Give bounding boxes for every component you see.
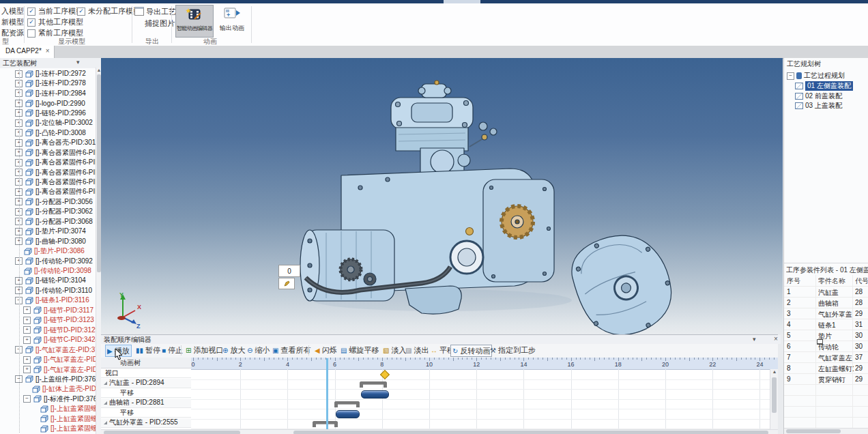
table-cell[interactable]: 30 (855, 341, 868, 352)
tree-item[interactable]: +[]-链节D-PID:3129 (23, 326, 96, 335)
anim-track-row[interactable]: 平移 (101, 408, 191, 418)
tree-item[interactable]: +[]-链节-PID:3117 (23, 306, 93, 315)
tree-item[interactable]: +[]-离合器紧固件6-PID: (15, 168, 96, 177)
tree-item[interactable]: −[]-链条1-PID:3116 (15, 295, 89, 305)
table-cell[interactable]: 垫片 (818, 330, 854, 341)
tree-item[interactable]: +[]-连杆-PID:2978 (15, 78, 86, 88)
flash-button[interactable]: ◀闪烁 (313, 345, 338, 356)
table-cell[interactable]: 传动轮 (818, 341, 854, 352)
tree-item[interactable]: +[]-离合器紧固件6-PID: (15, 187, 96, 197)
tree-item[interactable]: +[]-连杆-PID:2972 (15, 69, 86, 78)
table-cell[interactable]: 3 (787, 308, 817, 319)
checkbox-box[interactable]: ✓ (27, 18, 35, 27)
expander-icon[interactable]: + (23, 356, 31, 364)
group-duration-bracket[interactable] (360, 381, 387, 388)
close-icon[interactable]: × (774, 335, 778, 343)
playhead[interactable] (326, 358, 328, 429)
tree-item[interactable]: −[]-上盖组件-PID:3762 (15, 375, 96, 384)
zoom-in-button[interactable]: ⊕放大 (221, 345, 246, 356)
expander-icon[interactable]: + (23, 336, 31, 344)
collapse-triangle-icon[interactable] (104, 401, 107, 405)
reverse-button[interactable]: ↻反转动画 (450, 345, 492, 357)
checkbox-box[interactable] (27, 29, 35, 38)
gantt-vertical-scrollbar[interactable]: ▲ (770, 369, 778, 429)
table-cell[interactable]: 28 (855, 298, 868, 308)
planning-root-node[interactable]: −工艺过程规划 (787, 71, 845, 81)
tree-item[interactable]: []-缸体上盖壳-PID: (23, 384, 96, 394)
tree-item[interactable]: +[]-离合器紧固件6-PID: (15, 177, 96, 187)
scrollbar-thumb[interactable] (786, 429, 841, 433)
spiral-pan-button[interactable]: ▤螺旋平移 (339, 345, 380, 356)
tree-item[interactable]: +[]-气缸罩盖左-PID: (23, 365, 96, 375)
tree-item[interactable]: []-传动轮-PID:3098 (15, 266, 91, 276)
viewport-row[interactable]: 视口 (101, 368, 191, 378)
zoom-out-button[interactable]: ⊖缩小 (246, 345, 271, 356)
group-duration-bracket[interactable] (334, 401, 360, 407)
tree-item[interactable]: []-上缸盖紧固螺 (31, 414, 96, 424)
play-button[interactable]: ▶播放 (105, 345, 132, 357)
gantt-chart[interactable]: 024681012141618202224 ▲ (191, 358, 778, 429)
table-cell[interactable]: 1 (787, 287, 817, 298)
table-cell[interactable]: 9 (787, 374, 817, 385)
table-cell[interactable]: 气缸外罩盖 (818, 308, 854, 319)
part-group-row[interactable]: 汽缸盖 - PID:2894 (101, 379, 191, 388)
animation-bar[interactable] (336, 410, 360, 418)
expander-icon[interactable]: + (23, 326, 31, 334)
output-animation-button[interactable]: + 输出动画 (214, 5, 250, 36)
tree-item[interactable]: +[]-链轮-PID:2996 (15, 108, 86, 118)
table-cell[interactable]: 29 (855, 374, 868, 385)
table-cell[interactable]: 31 (855, 319, 868, 330)
table-cell[interactable]: 7 (787, 352, 817, 363)
viewport-edit-box[interactable] (278, 278, 295, 289)
scrollbar-thumb[interactable] (772, 377, 777, 413)
tab-close-icon[interactable]: × (46, 47, 50, 55)
tree-item[interactable]: +[]-连杆-PID:2984 (15, 89, 86, 98)
table-cell[interactable]: 2 (787, 298, 817, 308)
table-cell[interactable]: 29 (855, 308, 868, 319)
expander-icon[interactable]: − (23, 395, 31, 403)
table-cell[interactable]: 5 (787, 330, 817, 341)
tree-item[interactable]: +[]-传动轮-PID:3110 (15, 286, 92, 295)
animation-bar[interactable] (361, 390, 389, 399)
checkbox-box[interactable]: ✓ (77, 8, 85, 16)
expander-icon[interactable]: + (23, 366, 31, 373)
table-cell[interactable]: 气缸罩盖左 (818, 352, 854, 363)
group-duration-bracket[interactable] (313, 421, 338, 427)
ribbon-item-new-model[interactable]: 新模型 (1, 17, 24, 27)
planning-node[interactable]: 03 上盖装配 (795, 101, 842, 111)
table-cell[interactable]: 30 (855, 330, 868, 341)
assign-step-button[interactable]: ⚒指定到工步 (489, 345, 537, 356)
collapse-triangle-icon[interactable] (104, 381, 107, 385)
tree-item[interactable]: +[]-气缸罩盖左-PID: (23, 355, 96, 364)
expander-icon[interactable]: − (787, 72, 794, 80)
collapse-triangle-icon[interactable] (104, 421, 107, 424)
expander-icon[interactable]: + (23, 306, 31, 314)
tree-item[interactable]: +[]-垫片-PID:3074 (15, 227, 86, 236)
tree-item[interactable]: −[]-气缸罩盖左-PID:374 (15, 345, 96, 355)
smart-animation-editor-button[interactable]: 智能动画编辑器 (175, 5, 214, 38)
checkbox-box[interactable]: ✓ (27, 8, 35, 16)
planning-node-label[interactable]: 02 前盖装配 (805, 91, 842, 101)
expander-icon[interactable]: + (23, 317, 31, 324)
tree-item[interactable]: +[]-离合器紧固件6-PID: (15, 148, 96, 158)
tree-item[interactable]: +[]-分配器-PID:3068 (15, 217, 93, 227)
table-cell[interactable]: 8 (787, 363, 817, 374)
part-group-row[interactable]: 气缸外罩盖 - PID:2555 (101, 418, 191, 428)
table-cell[interactable]: 链条1 (818, 319, 854, 330)
tree-item[interactable]: +[]-凸轮-PID:3008 (15, 128, 86, 138)
tree-item[interactable]: +[]-定位轴-PID:3002 (15, 118, 93, 128)
tree-item[interactable]: +[]-曲轴-PID:3080 (15, 237, 86, 246)
tree-item[interactable]: +[]-链轮-PID:3104 (15, 276, 86, 285)
tree-item[interactable]: +[]-logo-PID:2990 (15, 98, 85, 108)
table-cell[interactable]: 37 (855, 352, 868, 363)
tab-da-capp2[interactable]: DA CAPP2*× (0, 46, 55, 59)
table-cell[interactable]: 左缸盖螺钉1 (818, 363, 854, 374)
op-parts-table-scrollbar[interactable] (784, 428, 868, 434)
planning-node-label[interactable]: 03 上盖装配 (805, 101, 842, 111)
viewport-value-box[interactable]: 0 (278, 265, 300, 277)
table-cell[interactable]: 6 (787, 341, 817, 352)
pause-button[interactable]: ▮▮暂停 (134, 345, 162, 356)
fade-out-button[interactable]: ▨淡出 (404, 345, 430, 356)
part-group-row[interactable]: 曲轴箱 - PID:2881 (101, 399, 191, 408)
tree-item[interactable]: []-上缸盖紧固螺 (31, 424, 96, 433)
